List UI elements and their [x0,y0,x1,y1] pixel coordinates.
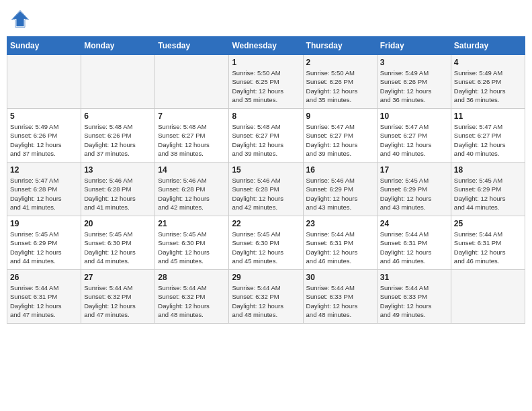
day-number: 12 [10,165,78,175]
calendar-cell: 19Sunrise: 5:45 AMSunset: 6:29 PMDayligh… [7,216,81,270]
day-number: 21 [158,219,226,228]
day-info: Sunrise: 5:47 AMSunset: 6:27 PMDaylight:… [306,122,374,158]
day-number: 31 [380,273,448,282]
day-number: 28 [158,273,226,282]
calendar-cell: 28Sunrise: 5:44 AMSunset: 6:32 PMDayligh… [155,270,229,324]
day-info: Sunrise: 5:44 AMSunset: 6:32 PMDaylight:… [232,283,300,319]
day-info: Sunrise: 5:44 AMSunset: 6:31 PMDaylight:… [306,230,374,265]
weekday-header: Saturday [451,37,525,55]
day-number: 2 [306,58,374,67]
calendar-cell: 10Sunrise: 5:47 AMSunset: 6:27 PMDayligh… [377,109,451,163]
weekday-header: Friday [377,37,451,55]
calendar-cell: 23Sunrise: 5:44 AMSunset: 6:31 PMDayligh… [303,216,377,270]
day-number: 13 [84,165,152,175]
day-number: 11 [454,111,522,121]
calendar-cell: 6Sunrise: 5:48 AMSunset: 6:26 PMDaylight… [81,109,155,163]
calendar-week-row: 26Sunrise: 5:44 AMSunset: 6:31 PMDayligh… [7,270,525,324]
calendar-cell: 26Sunrise: 5:44 AMSunset: 6:31 PMDayligh… [7,270,81,324]
day-number: 29 [232,273,300,282]
day-info: Sunrise: 5:44 AMSunset: 6:32 PMDaylight:… [158,283,226,319]
day-number: 4 [454,58,522,67]
day-number: 19 [10,219,78,228]
day-number: 9 [306,111,374,121]
day-number: 16 [306,165,374,175]
weekday-header: Thursday [303,37,377,55]
weekday-header: Wednesday [229,37,303,55]
day-info: Sunrise: 5:47 AMSunset: 6:28 PMDaylight:… [10,176,78,212]
day-info: Sunrise: 5:48 AMSunset: 6:27 PMDaylight:… [158,122,226,158]
day-info: Sunrise: 5:46 AMSunset: 6:28 PMDaylight:… [158,176,226,212]
day-number: 7 [158,111,226,121]
calendar-cell [7,55,81,109]
day-info: Sunrise: 5:46 AMSunset: 6:28 PMDaylight:… [84,176,152,212]
calendar-cell: 7Sunrise: 5:48 AMSunset: 6:27 PMDaylight… [155,109,229,163]
calendar-cell [81,55,155,109]
calendar-cell: 21Sunrise: 5:45 AMSunset: 6:30 PMDayligh… [155,216,229,270]
calendar-week-row: 1Sunrise: 5:50 AMSunset: 6:25 PMDaylight… [7,55,525,109]
day-info: Sunrise: 5:50 AMSunset: 6:26 PMDaylight:… [306,68,374,104]
day-number: 10 [380,111,448,121]
calendar-cell: 20Sunrise: 5:45 AMSunset: 6:30 PMDayligh… [81,216,155,270]
calendar-cell: 29Sunrise: 5:44 AMSunset: 6:32 PMDayligh… [229,270,303,324]
day-info: Sunrise: 5:44 AMSunset: 6:31 PMDaylight:… [454,230,522,265]
day-info: Sunrise: 5:44 AMSunset: 6:33 PMDaylight:… [306,283,374,319]
calendar-cell: 18Sunrise: 5:45 AMSunset: 6:29 PMDayligh… [451,163,525,216]
day-number: 14 [158,165,226,175]
day-number: 6 [84,111,152,121]
day-number: 17 [380,165,448,175]
weekday-header: Tuesday [155,37,229,55]
day-info: Sunrise: 5:48 AMSunset: 6:27 PMDaylight:… [232,122,300,158]
calendar-cell: 24Sunrise: 5:44 AMSunset: 6:31 PMDayligh… [377,216,451,270]
calendar-cell: 11Sunrise: 5:47 AMSunset: 6:27 PMDayligh… [451,109,525,163]
calendar-cell: 12Sunrise: 5:47 AMSunset: 6:28 PMDayligh… [7,163,81,216]
day-info: Sunrise: 5:45 AMSunset: 6:29 PMDaylight:… [380,176,448,212]
svg-marker-0 [13,11,28,26]
day-number: 8 [232,111,300,121]
logo [11,9,32,28]
calendar-cell [451,270,525,324]
day-number: 22 [232,219,300,228]
calendar-cell: 9Sunrise: 5:47 AMSunset: 6:27 PMDaylight… [303,109,377,163]
day-number: 26 [10,273,78,282]
calendar-cell: 14Sunrise: 5:46 AMSunset: 6:28 PMDayligh… [155,163,229,216]
day-info: Sunrise: 5:49 AMSunset: 6:26 PMDaylight:… [10,122,78,158]
weekday-header: Monday [81,37,155,55]
calendar-cell: 17Sunrise: 5:45 AMSunset: 6:29 PMDayligh… [377,163,451,216]
day-number: 23 [306,219,374,228]
day-info: Sunrise: 5:45 AMSunset: 6:29 PMDaylight:… [10,230,78,265]
day-info: Sunrise: 5:45 AMSunset: 6:30 PMDaylight:… [84,230,152,265]
calendar-cell: 8Sunrise: 5:48 AMSunset: 6:27 PMDaylight… [229,109,303,163]
day-info: Sunrise: 5:50 AMSunset: 6:25 PMDaylight:… [232,68,300,104]
calendar-cell: 4Sunrise: 5:49 AMSunset: 6:26 PMDaylight… [451,55,525,109]
day-info: Sunrise: 5:44 AMSunset: 6:31 PMDaylight:… [10,283,78,319]
page-header [7,7,525,31]
calendar-cell: 16Sunrise: 5:46 AMSunset: 6:29 PMDayligh… [303,163,377,216]
day-info: Sunrise: 5:45 AMSunset: 6:30 PMDaylight:… [158,230,226,265]
calendar-cell: 13Sunrise: 5:46 AMSunset: 6:28 PMDayligh… [81,163,155,216]
calendar-cell: 3Sunrise: 5:49 AMSunset: 6:26 PMDaylight… [377,55,451,109]
calendar-cell: 15Sunrise: 5:46 AMSunset: 6:28 PMDayligh… [229,163,303,216]
calendar-cell: 2Sunrise: 5:50 AMSunset: 6:26 PMDaylight… [303,55,377,109]
day-info: Sunrise: 5:45 AMSunset: 6:30 PMDaylight:… [232,230,300,265]
day-number: 18 [454,165,522,175]
day-number: 30 [306,273,374,282]
day-number: 15 [232,165,300,175]
day-info: Sunrise: 5:49 AMSunset: 6:26 PMDaylight:… [380,68,448,104]
day-info: Sunrise: 5:44 AMSunset: 6:33 PMDaylight:… [380,283,448,319]
day-info: Sunrise: 5:47 AMSunset: 6:27 PMDaylight:… [454,122,522,158]
day-info: Sunrise: 5:46 AMSunset: 6:28 PMDaylight:… [232,176,300,212]
calendar-cell: 25Sunrise: 5:44 AMSunset: 6:31 PMDayligh… [451,216,525,270]
calendar-cell [155,55,229,109]
calendar-cell: 1Sunrise: 5:50 AMSunset: 6:25 PMDaylight… [229,55,303,109]
calendar-cell: 5Sunrise: 5:49 AMSunset: 6:26 PMDaylight… [7,109,81,163]
day-info: Sunrise: 5:49 AMSunset: 6:26 PMDaylight:… [454,68,522,104]
weekday-header: Sunday [7,37,81,55]
calendar-cell: 22Sunrise: 5:45 AMSunset: 6:30 PMDayligh… [229,216,303,270]
day-info: Sunrise: 5:48 AMSunset: 6:26 PMDaylight:… [84,122,152,158]
weekday-header-row: SundayMondayTuesdayWednesdayThursdayFrid… [7,37,525,55]
calendar-table: SundayMondayTuesdayWednesdayThursdayFrid… [7,36,525,324]
day-info: Sunrise: 5:46 AMSunset: 6:29 PMDaylight:… [306,176,374,212]
day-number: 20 [84,219,152,228]
calendar-week-row: 12Sunrise: 5:47 AMSunset: 6:28 PMDayligh… [7,163,525,216]
day-number: 3 [380,58,448,67]
